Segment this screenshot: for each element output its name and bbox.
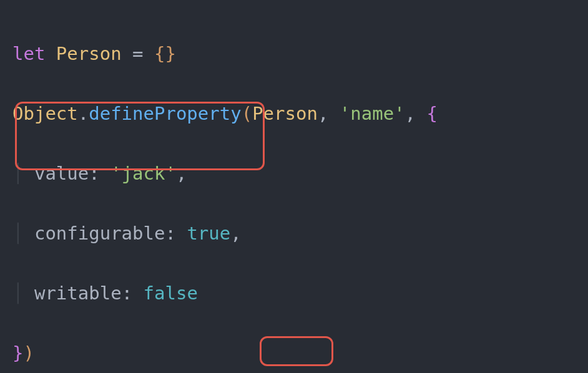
- boolean-true: true: [187, 223, 230, 244]
- property-configurable: configurable: [34, 223, 165, 244]
- code-line: │ value: 'jack',: [12, 158, 576, 188]
- identifier-person: Person: [56, 43, 122, 64]
- keyword-let: let: [12, 43, 45, 64]
- property-writable: writable: [34, 283, 122, 304]
- brace-open: {: [154, 43, 165, 64]
- property-value: value: [34, 163, 89, 184]
- code-line: }): [12, 338, 576, 368]
- code-line: │ configurable: true,: [12, 218, 576, 248]
- code-line: let Person = {}: [12, 39, 576, 69]
- code-line: │ writable: false: [12, 278, 576, 308]
- code-line: Object.defineProperty(Person, 'name', {: [12, 99, 576, 128]
- code-editor[interactable]: let Person = {} Object.defineProperty(Pe…: [0, 0, 588, 373]
- string-name: 'name': [340, 103, 405, 124]
- indent-guide: │: [12, 163, 23, 184]
- identifier-object: Object: [12, 103, 78, 124]
- method-defineproperty: defineProperty: [89, 103, 241, 124]
- boolean-false: false: [144, 283, 198, 304]
- brace-close: }: [165, 43, 175, 64]
- string-jack: 'jack': [110, 163, 176, 184]
